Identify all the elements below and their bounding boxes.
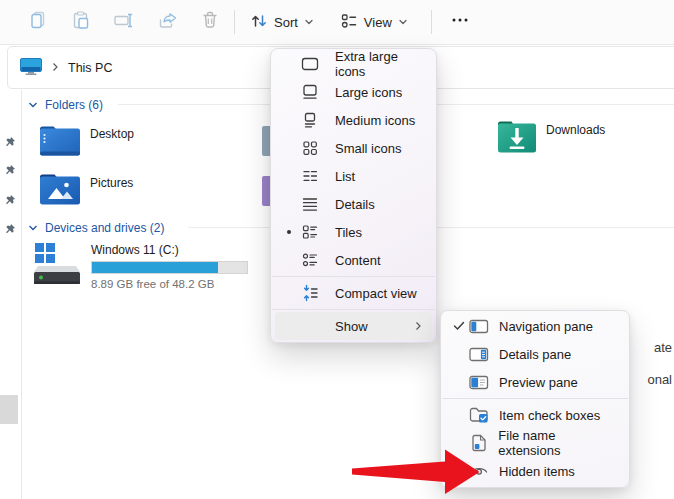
share-button[interactable] — [149, 5, 185, 39]
cropped-text-fragment: ate — [654, 340, 672, 355]
pictures-folder-icon — [40, 172, 80, 209]
folders-section-header[interactable]: Folders (6) — [28, 98, 103, 112]
menu-item-compact-view[interactable]: Compact view — [275, 279, 432, 307]
menu-item-details[interactable]: Details — [275, 190, 432, 218]
copy-button[interactable] — [20, 5, 56, 39]
submenu-item-label: Navigation pane — [499, 319, 593, 334]
pin-icon[interactable] — [4, 134, 16, 152]
sort-label: Sort — [274, 15, 298, 30]
folder-tile-downloads[interactable]: Downloads — [498, 119, 605, 157]
delete-button[interactable] — [192, 5, 228, 39]
hidden-folder-sliver — [262, 176, 270, 206]
toolbar-separator — [431, 10, 432, 34]
menu-item-large-icons[interactable]: Large icons — [275, 78, 432, 106]
small-icons-icon — [297, 139, 323, 157]
file-name-extensions-icon — [467, 434, 491, 452]
show-submenu: Navigation pane Details pane Preview pan… — [440, 310, 630, 488]
menu-item-label: Compact view — [335, 286, 426, 301]
menu-item-medium-icons[interactable]: Medium icons — [275, 106, 432, 134]
submenu-item-label: File name extensions — [498, 428, 619, 458]
chevron-down-icon — [28, 98, 38, 112]
chevron-down-icon — [28, 221, 38, 235]
share-icon — [158, 11, 177, 33]
menu-item-extra-large-icons[interactable]: Extra large icons — [275, 50, 432, 78]
copy-icon — [29, 11, 47, 33]
cropped-text-fragment: onal — [647, 372, 672, 387]
submenu-chevron-icon — [414, 321, 426, 331]
menu-item-label: Extra large icons — [335, 49, 426, 79]
preview-pane-icon — [467, 375, 491, 390]
menu-item-label: Content — [335, 253, 426, 268]
submenu-item-navigation-pane[interactable]: Navigation pane — [445, 312, 625, 340]
submenu-item-label: Preview pane — [499, 375, 578, 390]
sort-dropdown-button[interactable]: Sort — [241, 5, 323, 39]
menu-item-tiles[interactable]: Tiles — [275, 218, 432, 246]
drive-free-space: 8.89 GB free of 48.2 GB — [91, 278, 248, 290]
cropped-ui-fragment — [0, 395, 18, 424]
chevron-down-icon — [304, 15, 314, 30]
folder-tile-desktop[interactable]: Desktop — [40, 123, 134, 160]
submenu-item-details-pane[interactable]: Details pane — [445, 340, 625, 368]
submenu-item-hidden-items[interactable]: Hidden items — [445, 457, 625, 485]
menu-separator — [442, 398, 628, 399]
menu-item-small-icons[interactable]: Small icons — [275, 134, 432, 162]
selected-bullet — [281, 230, 297, 234]
folder-tile-pictures[interactable]: Pictures — [40, 172, 133, 209]
drive-tile-c[interactable]: Windows 11 (C:) 8.89 GB free of 48.2 GB — [33, 243, 248, 290]
desktop-folder-icon — [40, 123, 80, 160]
menu-item-show[interactable]: Show — [275, 312, 432, 340]
drive-name: Windows 11 (C:) — [91, 243, 248, 257]
folder-label: Desktop — [90, 127, 134, 141]
paste-button[interactable] — [63, 5, 99, 39]
content-icon — [297, 251, 323, 269]
menu-item-label: Show — [335, 319, 414, 334]
details-pane-icon — [467, 347, 491, 362]
hidden-items-icon — [467, 465, 491, 477]
pane-divider — [21, 90, 22, 499]
drives-section-header[interactable]: Devices and drives (2) — [28, 221, 164, 235]
menu-separator — [272, 276, 435, 277]
list-icon — [297, 167, 323, 185]
pin-icon[interactable] — [4, 162, 16, 180]
pin-icon[interactable] — [4, 221, 16, 239]
tiles-icon — [297, 223, 323, 241]
menu-item-label: Details — [335, 197, 426, 212]
view-menu: Extra large icons Large icons Medium ico… — [270, 48, 437, 343]
submenu-item-item-check-boxes[interactable]: Item check boxes — [445, 401, 625, 429]
rename-button[interactable] — [106, 5, 142, 39]
drive-usage-fill — [92, 262, 218, 273]
menu-item-label: Large icons — [335, 85, 426, 100]
submenu-item-file-name-extensions[interactable]: File name extensions — [445, 429, 625, 457]
more-icon — [450, 11, 470, 33]
compact-view-icon — [297, 284, 323, 302]
details-icon — [297, 195, 323, 213]
menu-item-list[interactable]: List — [275, 162, 432, 190]
pin-icon[interactable] — [4, 192, 16, 210]
menu-item-label: Small icons — [335, 141, 426, 156]
command-toolbar: Sort View — [0, 0, 674, 45]
see-more-button[interactable] — [442, 5, 478, 39]
submenu-item-label: Item check boxes — [499, 408, 600, 423]
item-check-boxes-icon — [467, 407, 491, 423]
hard-drive-icon — [33, 243, 81, 290]
breadcrumb-chevron-icon — [51, 61, 59, 75]
submenu-item-label: Hidden items — [499, 464, 575, 479]
submenu-item-preview-pane[interactable]: Preview pane — [445, 368, 625, 396]
check-icon — [451, 321, 467, 331]
chevron-down-icon — [398, 15, 408, 30]
submenu-item-label: Details pane — [499, 347, 571, 362]
section-title: Folders (6) — [45, 98, 103, 112]
folder-label: Pictures — [90, 176, 133, 190]
navigation-pane-icon — [467, 319, 491, 334]
downloads-folder-icon — [498, 119, 536, 157]
folder-label: Downloads — [546, 123, 605, 137]
menu-item-content[interactable]: Content — [275, 246, 432, 274]
hidden-folder-sliver — [262, 126, 270, 156]
file-explorer-window: Sort View This PC — [0, 0, 674, 499]
delete-icon — [201, 11, 219, 33]
this-pc-icon — [20, 58, 42, 78]
view-dropdown-button[interactable]: View — [331, 5, 417, 39]
breadcrumb[interactable]: This PC — [68, 61, 112, 75]
view-icon — [340, 12, 358, 33]
rename-icon — [114, 11, 134, 33]
